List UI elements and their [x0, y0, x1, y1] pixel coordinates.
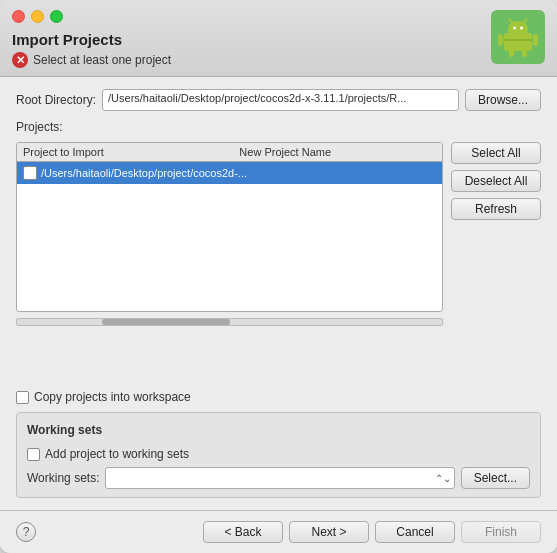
maximize-button[interactable] [50, 10, 63, 23]
dialog-body: Root Directory: /Users/haitaoli/Desktop/… [0, 77, 557, 510]
add-to-working-sets-checkbox[interactable] [27, 448, 40, 461]
copy-checkbox[interactable] [16, 391, 29, 404]
svg-rect-9 [522, 49, 527, 57]
horizontal-scrollbar[interactable] [16, 318, 443, 326]
working-sets-row: Working sets: ⌃⌄ Select... [27, 467, 530, 489]
cancel-button[interactable]: Cancel [375, 521, 455, 543]
svg-rect-6 [498, 34, 503, 46]
projects-left: Project to Import New Project Name /User… [16, 142, 443, 378]
error-icon: ✕ [12, 52, 28, 68]
col-header-name: New Project Name [239, 146, 436, 158]
android-logo [491, 10, 545, 64]
title-bar: Import Projects ✕ Select at least one pr… [0, 0, 557, 77]
refresh-button[interactable]: Refresh [451, 198, 541, 220]
svg-rect-7 [533, 34, 538, 46]
finish-button[interactable]: Finish [461, 521, 541, 543]
svg-point-2 [513, 27, 516, 30]
import-projects-dialog: Import Projects ✕ Select at least one pr… [0, 0, 557, 553]
title-bar-left: Import Projects ✕ Select at least one pr… [12, 10, 171, 68]
minimize-button[interactable] [31, 10, 44, 23]
select-all-button[interactable]: Select All [451, 142, 541, 164]
cell-project: /Users/haitaoli/Desktop/project/cocos2d-… [41, 167, 248, 179]
table-body: /Users/haitaoli/Desktop/project/cocos2d-… [17, 162, 442, 311]
working-sets-select[interactable] [105, 467, 454, 489]
help-icon[interactable]: ? [16, 522, 36, 542]
svg-line-4 [509, 19, 512, 22]
select-working-sets-button[interactable]: Select... [461, 467, 530, 489]
error-row: ✕ Select at least one project [12, 52, 171, 68]
footer: ? < Back Next > Cancel Finish [0, 510, 557, 553]
window-controls [12, 10, 171, 23]
working-sets-section: Working sets Add project to working sets… [16, 412, 541, 498]
svg-point-3 [520, 27, 523, 30]
projects-area: Project to Import New Project Name /User… [16, 142, 541, 378]
browse-button[interactable]: Browse... [465, 89, 541, 111]
right-buttons: Select All Deselect All Refresh [451, 142, 541, 378]
next-button[interactable]: Next > [289, 521, 369, 543]
projects-label: Projects: [16, 119, 541, 134]
scrollbar-thumb[interactable] [102, 319, 230, 325]
col-header-project: Project to Import [23, 146, 239, 158]
table-header: Project to Import New Project Name [17, 143, 442, 162]
svg-rect-10 [504, 39, 532, 41]
projects-table: Project to Import New Project Name /User… [16, 142, 443, 312]
working-sets-heading: Working sets [27, 423, 530, 437]
svg-rect-8 [509, 49, 514, 57]
add-to-working-sets-row: Add project to working sets [27, 447, 530, 461]
root-directory-row: Root Directory: /Users/haitaoli/Desktop/… [16, 89, 541, 111]
root-directory-label: Root Directory: [16, 93, 96, 107]
copy-checkbox-row: Copy projects into workspace [16, 390, 541, 404]
footer-buttons: < Back Next > Cancel Finish [203, 521, 541, 543]
add-to-working-sets-label: Add project to working sets [45, 447, 189, 461]
deselect-all-button[interactable]: Deselect All [451, 170, 541, 192]
working-sets-select-wrap: ⌃⌄ [105, 467, 454, 489]
root-directory-input[interactable]: /Users/haitaoli/Desktop/project/cocos2d-… [102, 89, 459, 111]
dialog-title: Import Projects [12, 31, 171, 48]
back-button[interactable]: < Back [203, 521, 283, 543]
row-checkbox[interactable] [23, 166, 37, 180]
error-text: Select at least one project [33, 53, 171, 67]
table-row[interactable]: /Users/haitaoli/Desktop/project/cocos2d-… [17, 162, 442, 184]
working-sets-label: Working sets: [27, 471, 99, 485]
close-button[interactable] [12, 10, 25, 23]
footer-left: ? [16, 522, 36, 542]
svg-point-1 [508, 21, 528, 37]
svg-line-5 [524, 19, 527, 22]
copy-checkbox-label: Copy projects into workspace [34, 390, 191, 404]
